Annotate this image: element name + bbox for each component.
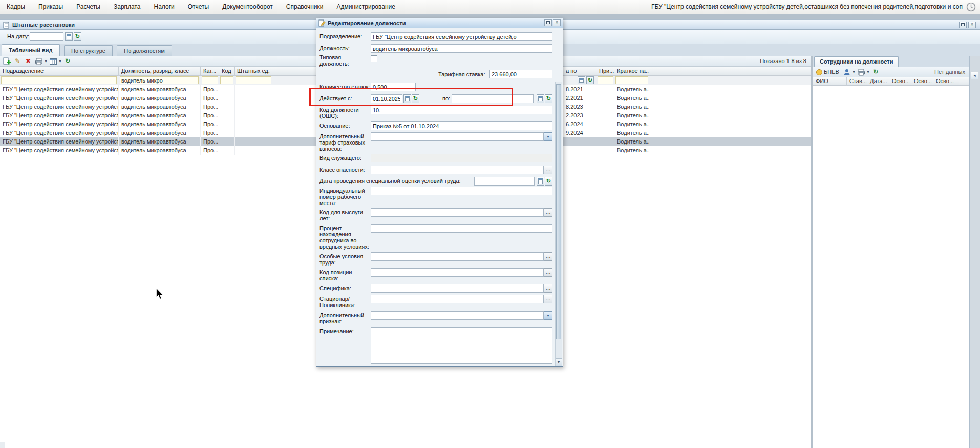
column-header-units[interactable]: Штатных ед. xyxy=(235,67,272,76)
refresh-icon[interactable]: ↻ xyxy=(871,68,880,76)
filter-category-input[interactable] xyxy=(202,76,218,84)
menu-item-nalogi[interactable]: Налоги xyxy=(147,0,181,14)
calendar-green-icon[interactable]: ↻ xyxy=(74,32,81,41)
tab-employees-on-position[interactable]: Сотрудники на должности xyxy=(814,56,899,67)
print-menu-arrow-icon[interactable]: ▾ xyxy=(866,68,870,76)
menu-item-administrirovanie[interactable]: Администрирование xyxy=(330,0,402,14)
calendar-green-icon[interactable]: ↻ xyxy=(545,94,552,103)
delete-icon[interactable]: ✖ xyxy=(24,57,32,66)
dialog-titlebar[interactable]: Редактирование должности × xyxy=(316,18,563,28)
special-conditions-input[interactable] xyxy=(371,252,544,261)
column-header-osvo-2[interactable]: Осво... xyxy=(911,77,933,86)
refresh-icon[interactable]: ↻ xyxy=(63,57,72,66)
dialog-minimize-button[interactable] xyxy=(544,19,552,26)
operations-menu-arrow-icon[interactable]: ▾ xyxy=(58,57,62,66)
menu-item-kadry[interactable]: Кадры xyxy=(0,0,32,14)
hazard-class-input[interactable] xyxy=(371,166,544,174)
menu-item-spravochniki[interactable]: Справочники xyxy=(280,0,330,14)
valid-to-input[interactable] xyxy=(452,94,534,103)
table-cell-code xyxy=(219,103,235,111)
division-input[interactable] xyxy=(371,32,552,41)
bnev-icon[interactable] xyxy=(815,69,823,77)
tab-by-positions[interactable]: По должностям xyxy=(117,45,172,56)
calendar-icon[interactable] xyxy=(537,177,544,186)
calendar-icon[interactable] xyxy=(65,32,73,41)
filter-units-input[interactable] xyxy=(236,76,271,84)
filter-pri-input[interactable] xyxy=(598,76,613,84)
hospital-input[interactable] xyxy=(371,295,544,303)
filter-date-green-icon[interactable]: ↻ xyxy=(586,76,594,84)
seniority-code-input[interactable] xyxy=(371,208,544,217)
column-header-fio[interactable]: ФИО xyxy=(813,77,847,86)
extra-tariff-input[interactable] xyxy=(371,132,544,141)
scrollbar-thumb[interactable] xyxy=(556,84,561,339)
menu-item-raschety[interactable]: Расчеты xyxy=(70,0,107,14)
filter-division-input[interactable] xyxy=(1,76,117,84)
rate-input[interactable] xyxy=(489,70,552,78)
column-header-code[interactable]: Код xyxy=(219,67,235,76)
ellipsis-picker-icon[interactable]: … xyxy=(544,252,552,261)
position-input[interactable] xyxy=(371,44,552,53)
on-date-input[interactable] xyxy=(30,32,63,41)
calendar-green-icon[interactable]: ↻ xyxy=(412,94,419,103)
column-header-category[interactable]: Кат... xyxy=(201,67,219,76)
specifics-input[interactable] xyxy=(371,284,544,293)
dialog-scrollbar[interactable]: ▼ xyxy=(555,82,562,366)
edit-icon[interactable]: ✎ xyxy=(13,57,22,66)
clock-icon[interactable] xyxy=(966,2,976,14)
menu-item-otchety[interactable]: Отчеты xyxy=(181,0,216,14)
close-window-button[interactable]: × xyxy=(968,22,976,28)
dialog-close-button[interactable]: × xyxy=(553,19,561,26)
extra-attr-input[interactable] xyxy=(371,311,544,320)
calendar-icon[interactable] xyxy=(537,94,544,103)
typical-position-checkbox[interactable] xyxy=(371,55,377,62)
menu-item-prikazy[interactable]: Приказы xyxy=(32,0,70,14)
dropdown-trigger-icon[interactable]: ▼ xyxy=(544,132,552,141)
add-icon[interactable] xyxy=(3,57,11,66)
quantity-input[interactable] xyxy=(371,83,416,91)
column-header-date-to[interactable]: а по xyxy=(563,67,596,76)
filter-position-input[interactable] xyxy=(120,76,199,84)
print-icon[interactable] xyxy=(857,68,865,76)
restore-window-button[interactable] xyxy=(959,22,967,28)
print-icon[interactable] xyxy=(35,57,43,66)
note-textarea[interactable] xyxy=(371,327,552,364)
basis-input[interactable] xyxy=(371,121,552,130)
collapse-panel-icon[interactable]: ◄ xyxy=(971,72,978,79)
column-header-osvo-1[interactable]: Осво... xyxy=(889,77,911,86)
person-icon[interactable] xyxy=(843,68,851,76)
scroll-down-icon[interactable]: ▼ xyxy=(556,358,562,366)
harmful-percent-input[interactable] xyxy=(371,224,552,233)
person-menu-arrow-icon[interactable]: ▾ xyxy=(851,68,856,76)
menu-item-zarplata[interactable]: Зарплата xyxy=(107,0,147,14)
ellipsis-picker-icon[interactable]: … xyxy=(544,166,552,174)
calendar-icon[interactable] xyxy=(403,94,411,103)
bnev-label[interactable]: БНЕВ xyxy=(824,67,839,77)
code-oshs-input[interactable] xyxy=(371,106,552,114)
tab-table-view[interactable]: Табличный вид xyxy=(2,44,60,56)
operations-icon[interactable] xyxy=(49,57,57,66)
column-header-stav[interactable]: Став... xyxy=(847,77,867,86)
print-menu-arrow-icon[interactable]: ▾ xyxy=(44,57,48,66)
column-header-position[interactable]: Должность, разряд, класс xyxy=(119,67,201,76)
tab-by-structure[interactable]: По структуре xyxy=(64,45,113,56)
dropdown-trigger-icon[interactable]: ▼ xyxy=(544,311,552,320)
sout-date-input[interactable] xyxy=(474,177,535,186)
column-header-osvo-3[interactable]: Осво... xyxy=(933,77,955,86)
column-header-short-name[interactable]: Краткое на... xyxy=(614,67,649,76)
ellipsis-picker-icon[interactable]: … xyxy=(544,284,552,293)
filter-short-name-input[interactable] xyxy=(615,76,648,84)
column-header-division[interactable]: Подразделение xyxy=(0,67,119,76)
valid-from-input[interactable] xyxy=(371,94,402,103)
calendar-green-icon[interactable]: ↻ xyxy=(545,177,552,186)
ellipsis-picker-icon[interactable]: … xyxy=(544,295,552,303)
list-position-code-input[interactable] xyxy=(371,268,544,277)
column-header-data[interactable]: Дата... xyxy=(867,77,889,86)
ellipsis-picker-icon[interactable]: … xyxy=(544,208,552,217)
filter-code-input[interactable] xyxy=(220,76,233,84)
ellipsis-picker-icon[interactable]: … xyxy=(544,268,552,277)
filter-date-calendar-icon[interactable] xyxy=(578,76,585,84)
column-header-pri[interactable]: При... xyxy=(596,67,614,76)
workplace-number-input[interactable] xyxy=(371,187,552,195)
menu-item-dokumentooborot[interactable]: Документооборот xyxy=(216,0,280,14)
